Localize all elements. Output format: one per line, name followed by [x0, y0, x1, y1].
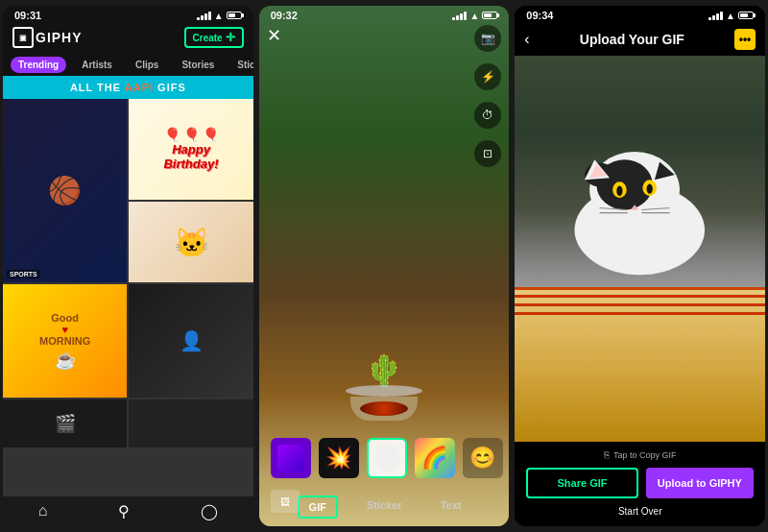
- battery-icon2: [482, 12, 497, 19]
- battery-icon: [227, 12, 242, 19]
- birthday-text: HappyBirthday!: [163, 142, 218, 172]
- grid-cell-dark2[interactable]: 🎬: [3, 399, 127, 447]
- smiley-icon: 😊: [469, 446, 495, 471]
- grid-cell-dark1[interactable]: 👤: [129, 284, 252, 398]
- tab-stories[interactable]: Stories: [174, 57, 222, 73]
- sticker-mode-label: Sticker: [367, 499, 402, 511]
- action-buttons: Share GIF Upload to GIPHY: [526, 468, 754, 498]
- upload-title: Upload Your GIF: [538, 32, 727, 47]
- tab-sticker[interactable]: Sticker: [229, 57, 252, 73]
- close-button[interactable]: ✕: [267, 25, 281, 46]
- flash-icon: ⚡: [481, 70, 495, 84]
- upload-header: ‹ Upload Your GIF •••: [515, 23, 765, 56]
- flash-button[interactable]: ⚡: [474, 63, 501, 90]
- sticker-rainbow[interactable]: 🌈: [415, 438, 455, 478]
- phone2-status-bar: 09:32 ▲: [259, 6, 510, 23]
- sticker-smiley[interactable]: 😊: [463, 438, 503, 478]
- share-gif-label: Share GIF: [558, 477, 608, 489]
- dots-icon: •••: [739, 33, 752, 46]
- aapi-banner: ALL THE AAPI GIFS: [3, 76, 253, 99]
- dots-menu-button[interactable]: •••: [734, 29, 756, 50]
- grid-cell-morning[interactable]: Good♥MORNING ☕: [3, 284, 127, 398]
- nav-home-icon[interactable]: ⌂: [38, 502, 48, 520]
- morning-cell-content: Good♥MORNING ☕: [3, 284, 127, 398]
- rainbow-icon: 🌈: [421, 446, 447, 471]
- sticker-toolbar: 💥 🌈 😊: [259, 438, 510, 478]
- upload-giphy-label: Upload to GIPHY: [658, 477, 742, 489]
- gif-grid: 🏀 SPORTS 🎈 🎈 🎈 HappyBirthday! 🐱: [3, 99, 253, 496]
- svg-point-9: [617, 186, 623, 196]
- balloon-icon2: 🎈: [183, 127, 200, 142]
- sports-overlay: SPORTS: [7, 270, 40, 278]
- giphy-logo-icon: ▣: [12, 27, 34, 48]
- giphy-logo: ▣ GIPHY: [12, 27, 83, 48]
- svg-point-10: [647, 184, 653, 194]
- create-label: Create: [193, 33, 223, 43]
- phone2-frame: 09:32 ▲ ✕ 📷 ⚡: [259, 6, 510, 526]
- camera-flip-icon: 📷: [481, 32, 495, 45]
- upload-giphy-button[interactable]: Upload to GIPHY: [646, 468, 754, 498]
- aspect-ratio-button[interactable]: ⊡: [474, 140, 501, 167]
- giphy-logo-text: GIPHY: [36, 30, 83, 45]
- share-gif-button[interactable]: Share GIF: [526, 468, 637, 498]
- phone1-time: 09:31: [14, 10, 41, 21]
- burst-icon: 💥: [325, 446, 351, 471]
- phone1-frame: 09:31 ▲ ▣ GIPHY Create ✛ Trending Artist…: [3, 6, 253, 526]
- sticker-burst[interactable]: 💥: [319, 438, 359, 478]
- copy-icon: ⎘: [604, 449, 610, 460]
- timer-button[interactable]: ⏱: [474, 102, 501, 129]
- nav-tabs: Trending Artists Clips Stories Sticker: [3, 54, 253, 76]
- nav-search-icon[interactable]: ⚲: [118, 502, 130, 520]
- phone1-status-icons: ▲: [197, 11, 242, 21]
- birthday-cell-content: 🎈 🎈 🎈 HappyBirthday!: [129, 99, 252, 200]
- timer-icon: ⏱: [482, 109, 493, 122]
- tab-trending[interactable]: Trending: [11, 57, 66, 73]
- mode-toolbar: 🖼 GIF Sticker Text: [259, 496, 510, 519]
- camera-flip-button[interactable]: 📷: [474, 25, 501, 52]
- grid-cell-cat[interactable]: 🐱: [129, 202, 252, 283]
- phone3-frame: 09:34 ▲ ‹ Upload Your GIF •••: [515, 6, 765, 526]
- balloon-icon3: 🎈: [203, 127, 219, 142]
- gallery-icon: 🖼: [280, 496, 290, 507]
- mode-text-button[interactable]: Text: [431, 496, 471, 519]
- sticker-purple[interactable]: [271, 438, 311, 478]
- balloon-icon: 🎈: [164, 127, 180, 142]
- start-over-label: Start Over: [618, 506, 662, 517]
- sticker-circle[interactable]: [367, 438, 407, 478]
- plus-icon: ✛: [226, 31, 235, 44]
- dark-figure-icon: 👤: [180, 329, 204, 352]
- grid-cell-sports[interactable]: 🏀 SPORTS: [3, 99, 127, 282]
- aspect-ratio-icon: ⊡: [483, 147, 492, 160]
- camera-view: ✕ 📷 ⚡ ⏱ ⊡ 🌵: [259, 6, 510, 526]
- blanket: [515, 287, 765, 442]
- mode-gif-button[interactable]: GIF: [298, 496, 338, 519]
- phone1-status-bar: 09:31 ▲: [3, 6, 253, 23]
- gallery-button[interactable]: 🖼: [271, 490, 300, 513]
- camera-top-controls: 📷 ⚡ ⏱ ⊡: [474, 25, 501, 167]
- plant-icon: 🌵: [365, 352, 403, 389]
- bottom-nav: ⌂ ⚲ ◯: [3, 496, 253, 526]
- phone3-status-icons: ▲: [708, 11, 754, 21]
- nav-profile-icon[interactable]: ◯: [201, 502, 218, 520]
- upload-bottom-bar: ⎘ Tap to Copy GIF Share GIF Upload to GI…: [515, 442, 765, 526]
- grid-cell-birthday[interactable]: 🎈 🎈 🎈 HappyBirthday!: [129, 99, 252, 200]
- phone3-status-bar: 09:34 ▲: [515, 6, 765, 23]
- start-over-button[interactable]: Start Over: [526, 506, 754, 517]
- aapi-highlight: AAPI: [125, 82, 154, 93]
- cat-photo: [515, 56, 765, 442]
- phone3-time: 09:34: [526, 10, 553, 21]
- text-mode-label: Text: [441, 499, 462, 511]
- phone2-status-icons: ▲: [452, 11, 497, 21]
- gif-mode-label: GIF: [309, 501, 326, 513]
- wifi-icon3: ▲: [726, 11, 735, 21]
- mode-sticker-button[interactable]: Sticker: [357, 496, 412, 519]
- tap-copy-bar: ⎘ Tap to Copy GIF: [526, 449, 754, 460]
- battery-icon3: [738, 12, 754, 19]
- tab-artists[interactable]: Artists: [74, 57, 120, 73]
- wifi-icon: ▲: [214, 11, 224, 21]
- create-button[interactable]: Create ✛: [184, 27, 244, 48]
- cat-svg: [540, 113, 740, 306]
- grid-cell-extra[interactable]: [129, 399, 252, 447]
- tab-clips[interactable]: Clips: [128, 57, 166, 73]
- back-button[interactable]: ‹: [524, 31, 529, 48]
